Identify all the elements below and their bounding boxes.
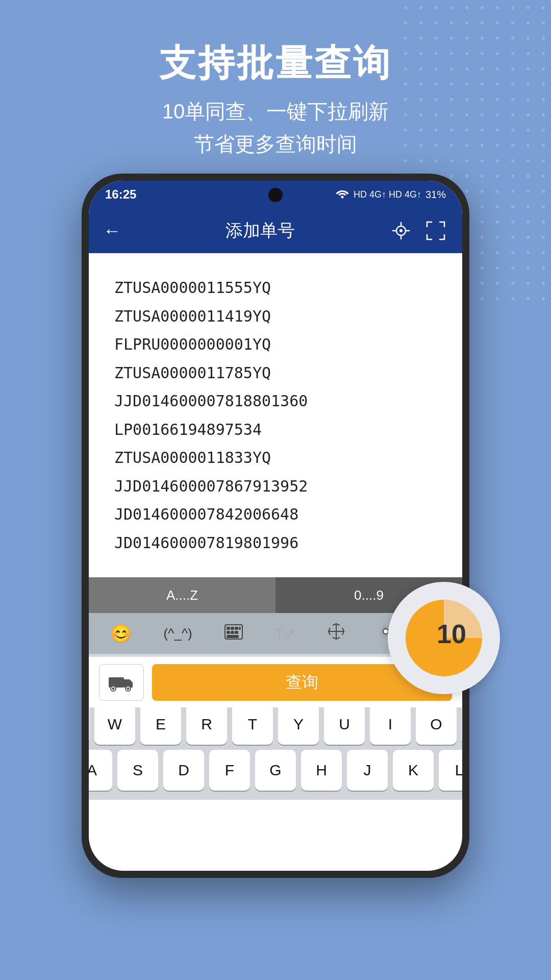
truck-button[interactable]	[99, 664, 144, 701]
key-R[interactable]: R	[186, 704, 227, 745]
subtitle-line2: 节省更多查询时间	[0, 128, 551, 160]
signal-text: HD 4G↑ HD 4G↑	[354, 189, 421, 200]
svg-point-2	[341, 195, 343, 198]
key-T[interactable]: T	[232, 704, 273, 745]
header-area: 支持批量查询 10单同查、一键下拉刷新 节省更多查询时间	[0, 0, 551, 191]
expand-button[interactable]	[423, 218, 448, 243]
tracking-number: ZTUSA0000011419YQ	[114, 302, 437, 331]
phone-mockup: 16:25 HD 4G↑ HD 4G↑ 31% ← 添加单号	[82, 174, 469, 878]
svg-rect-21	[235, 631, 238, 633]
svg-point-11	[112, 687, 115, 690]
key-Y[interactable]: Y	[278, 704, 319, 745]
tracking-number: JJD014600007818801360	[114, 387, 437, 415]
tracking-number: JD014600007842006648	[114, 500, 437, 529]
key-F[interactable]: F	[209, 750, 250, 791]
key-H[interactable]: H	[301, 750, 342, 791]
back-button[interactable]: ←	[103, 220, 121, 241]
key-Q[interactable]: Q	[89, 704, 89, 745]
tracking-number: LP00166194897534	[114, 415, 437, 444]
status-time: 16:25	[105, 187, 136, 202]
svg-rect-15	[227, 627, 230, 629]
keyboard-tab-alpha[interactable]: A....Z	[89, 577, 276, 613]
tracking-number: JJD014600007867913952	[114, 472, 437, 501]
pie-chart: 10	[400, 595, 487, 681]
scan-button[interactable]	[389, 218, 413, 243]
text-format-button[interactable]: T↗	[269, 621, 302, 646]
move-button[interactable]	[321, 619, 351, 648]
nav-bar: ← 添加单号	[89, 208, 462, 253]
svg-point-8	[399, 229, 403, 232]
asdf-row: ASDFGHJKL	[92, 750, 459, 791]
svg-rect-17	[235, 627, 238, 629]
tracking-number: ZTUSA0000011785YQ	[114, 359, 437, 387]
key-L[interactable]: L	[439, 750, 462, 791]
tracking-number: ZTUSA0000011833YQ	[114, 444, 437, 472]
key-K[interactable]: K	[393, 750, 434, 791]
svg-rect-18	[239, 627, 240, 629]
phone-screen: 16:25 HD 4G↑ HD 4G↑ 31% ← 添加单号	[89, 181, 462, 871]
key-D[interactable]: D	[163, 750, 204, 791]
tracking-number: JD014600007819801996	[114, 529, 437, 557]
tracking-area[interactable]: ZTUSA0000011555YQZTUSA0000011419YQFLPRU0…	[89, 253, 462, 577]
svg-rect-22	[227, 635, 238, 638]
nav-icons	[389, 218, 448, 243]
camera-notch	[268, 188, 283, 202]
count-badge: 10	[388, 582, 500, 694]
battery-text: 31%	[425, 189, 446, 201]
svg-point-13	[127, 687, 130, 690]
kaomoji-button[interactable]: (^_^)	[158, 622, 198, 646]
key-O[interactable]: O	[416, 704, 457, 745]
key-U[interactable]: U	[324, 704, 365, 745]
key-J[interactable]: J	[347, 750, 388, 791]
key-S[interactable]: S	[117, 750, 158, 791]
key-W[interactable]: W	[94, 704, 135, 745]
phone-frame: 16:25 HD 4G↑ HD 4G↑ 31% ← 添加单号	[82, 174, 469, 878]
header-subtitle: 10单同查、一键下拉刷新 节省更多查询时间	[0, 95, 551, 160]
svg-rect-16	[231, 627, 234, 629]
key-P[interactable]: P	[462, 704, 462, 745]
key-E[interactable]: E	[140, 704, 181, 745]
svg-rect-20	[231, 631, 234, 633]
key-I[interactable]: I	[370, 704, 411, 745]
header-title: 支持批量查询	[0, 41, 551, 85]
qwerty-row: QWERTYUIOP	[92, 704, 459, 745]
key-A[interactable]: A	[89, 750, 112, 791]
tracking-number: FLPRU0000000001YQ	[114, 330, 437, 359]
status-right: HD 4G↑ HD 4G↑ 31%	[335, 188, 446, 201]
svg-rect-9	[109, 677, 124, 688]
subtitle-line1: 10单同查、一键下拉刷新	[0, 95, 551, 128]
svg-rect-19	[227, 631, 230, 633]
svg-text:10: 10	[437, 619, 466, 649]
nav-title: 添加单号	[132, 219, 389, 242]
keyboard-switch-button[interactable]	[218, 620, 249, 648]
tracking-number: ZTUSA0000011555YQ	[114, 274, 437, 302]
key-G[interactable]: G	[255, 750, 296, 791]
emoji-button[interactable]: 😊	[104, 619, 138, 648]
wifi-icon	[335, 188, 349, 201]
